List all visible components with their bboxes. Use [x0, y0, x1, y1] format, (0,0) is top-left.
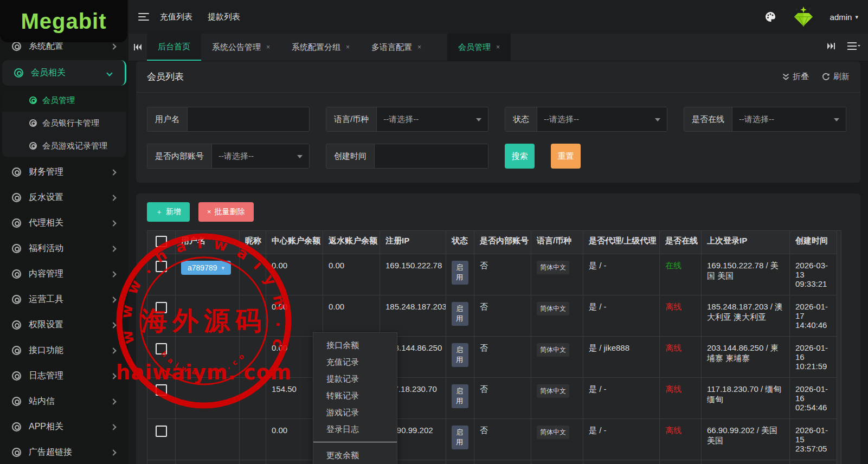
cell-internal: 否: [474, 378, 531, 419]
cell-nickname: [240, 254, 266, 295]
cell-internal: 否: [474, 254, 531, 295]
internal-select[interactable]: --请选择--: [212, 144, 309, 168]
username-dropdown-button[interactable]: a789789▾: [181, 261, 231, 275]
brand-logo[interactable]: Megabit: [0, 0, 127, 42]
sidebar-item-content[interactable]: 内容管理: [0, 261, 128, 287]
sidebar-item-app[interactable]: APP相关: [0, 414, 128, 440]
sidebar-item-label: 运营工具: [29, 294, 63, 305]
sidebar-item-label: 站内信: [29, 396, 55, 407]
refresh-button[interactable]: 刷新: [822, 72, 850, 82]
sidebar-item-rebate[interactable]: 反水设置: [0, 185, 128, 210]
tabs-scroll-left-icon[interactable]: [128, 34, 147, 61]
topnav-withdraw-list[interactable]: 提款列表: [208, 12, 240, 22]
select-value: --请选择--: [544, 114, 579, 125]
online-select[interactable]: --请选择--: [732, 107, 846, 131]
col-header-last-ip: 上次登录IP: [702, 231, 790, 254]
sidebar-item-api[interactable]: 接口功能: [0, 338, 128, 363]
online-status: 离线: [665, 302, 681, 311]
sidebar-item-ad-link[interactable]: 广告超链接: [0, 440, 128, 464]
page-title: 会员列表: [147, 70, 184, 83]
tabs-scroll-right-icon[interactable]: [827, 42, 835, 52]
menu-item-api-balance[interactable]: 接口余额: [313, 337, 397, 353]
menu-toggle-icon[interactable]: [138, 13, 149, 21]
sidebar-item-member-bankcard[interactable]: 会员银行卡管理: [2, 112, 126, 134]
tab-member-manage[interactable]: 会员管理 ×: [447, 34, 511, 61]
cell-agent: 是 / jike888: [583, 337, 660, 378]
menu-item-withdraw-record[interactable]: 提款记录: [313, 370, 397, 387]
sidebar-item-label: APP相关: [29, 421, 63, 433]
add-button[interactable]: ＋新增: [147, 202, 190, 222]
menu-item-change-balance[interactable]: 更改余额: [313, 447, 397, 463]
batch-delete-button[interactable]: ×批量删除: [198, 202, 254, 222]
col-header-agent: 是否代理/上级代理: [583, 231, 660, 254]
table-panel: ＋新增 ×批量删除 用户名 昵称 中心账: [136, 194, 860, 464]
table-scrollbar[interactable]: [837, 230, 841, 464]
col-header-created: 创建时间: [790, 231, 837, 254]
tab-close-icon[interactable]: ×: [346, 43, 350, 51]
tab-announcement[interactable]: 系统公告管理 ×: [201, 34, 281, 61]
row-checkbox[interactable]: [156, 302, 167, 313]
sidebar-item-log[interactable]: 日志管理: [0, 363, 128, 389]
status-select[interactable]: --请选择--: [537, 107, 667, 131]
collapse-button[interactable]: 折叠: [782, 72, 809, 82]
created-time-input[interactable]: [375, 144, 488, 168]
status-badge: 启用: [452, 426, 468, 449]
sidebar-item-member-manage[interactable]: 会员管理: [2, 89, 126, 112]
sidebar-item-finance[interactable]: 财务管理: [0, 159, 128, 185]
language-select[interactable]: --请选择--: [377, 107, 488, 131]
tabs-menu-icon[interactable]: [847, 42, 860, 52]
menu-item-transfer-record[interactable]: 转账记录: [313, 387, 397, 404]
tab-config-group[interactable]: 系统配置分组 ×: [281, 34, 361, 61]
language-badge: 简体中文: [537, 302, 569, 315]
circle-icon: [12, 295, 21, 304]
tab-close-icon[interactable]: ×: [417, 43, 421, 51]
topnav-recharge-list[interactable]: 充值列表: [160, 12, 192, 22]
sidebar-item-permission[interactable]: 权限设置: [0, 312, 128, 338]
row-checkbox[interactable]: [156, 261, 167, 272]
theme-palette-icon[interactable]: [764, 10, 777, 23]
sidebar-item-message[interactable]: 站内信: [0, 389, 128, 414]
row-checkbox[interactable]: [156, 384, 167, 396]
menu-item-game-record[interactable]: 游戏记录: [313, 404, 397, 421]
col-header-status: 状态: [446, 231, 474, 254]
sidebar-item-operation[interactable]: 运营工具: [0, 287, 128, 312]
sidebar-item-welfare[interactable]: 福利活动: [0, 236, 128, 261]
search-button[interactable]: 搜索: [505, 144, 535, 169]
sidebar-item-member-gamerecord[interactable]: 会员游戏记录管理: [2, 134, 126, 157]
filter-label: 是否在线: [684, 107, 732, 131]
sidebar-submenu: 会员管理 会员银行卡管理 会员游戏记录管理: [2, 89, 126, 157]
table-row: 0.00 0.00 203.144.86.250 启用 否 简体中文 是 / j…: [147, 337, 837, 378]
cell-internal: 否: [474, 295, 531, 337]
sidebar-item-label: 广告超链接: [29, 447, 72, 458]
tab-home[interactable]: 后台首页: [147, 34, 201, 61]
diamond-icon[interactable]: [791, 5, 816, 28]
user-menu[interactable]: admin ▾: [830, 12, 858, 22]
cell-nickname: [240, 295, 266, 337]
cell-center-balance: 0.00: [266, 295, 323, 337]
username-input[interactable]: [188, 107, 309, 131]
sidebar-item-agent[interactable]: 代理相关: [0, 210, 128, 236]
caret-down-icon: ▾: [222, 265, 225, 272]
menu-item-recharge-record[interactable]: 充值记录: [313, 353, 397, 370]
cell-agent: 是 / -: [583, 419, 660, 460]
tab-label: 多语言配置: [371, 42, 412, 53]
cell-internal: 否: [474, 460, 531, 464]
select-all-checkbox[interactable]: [156, 236, 167, 247]
table-row: 0.00 0.00 66.90.99.202 启用 否 简体中文 是 / - 离…: [147, 419, 837, 460]
reset-button[interactable]: 重置: [551, 144, 581, 169]
circle-icon: [14, 68, 23, 78]
tab-multilang[interactable]: 多语言配置 ×: [361, 34, 432, 61]
menu-item-login-log[interactable]: 登录日志: [313, 421, 397, 437]
tab-close-icon[interactable]: ×: [266, 43, 270, 51]
sidebar-item-member-related[interactable]: 会员相关: [2, 60, 126, 86]
cell-created: 2026-01-16 10:21:59: [790, 337, 837, 378]
menu-divider: [313, 442, 397, 442]
row-checkbox[interactable]: [156, 343, 167, 355]
tab-close-icon[interactable]: ×: [496, 43, 500, 51]
row-checkbox[interactable]: [156, 426, 167, 437]
cell-created: 2026-01-16 02:54:46: [790, 378, 837, 419]
col-header-username: 用户名: [176, 231, 240, 254]
cell-created: 2026-01-15 17:54:22: [790, 460, 837, 464]
plus-icon: ＋: [156, 208, 163, 216]
chevron-right-icon: [110, 271, 116, 277]
